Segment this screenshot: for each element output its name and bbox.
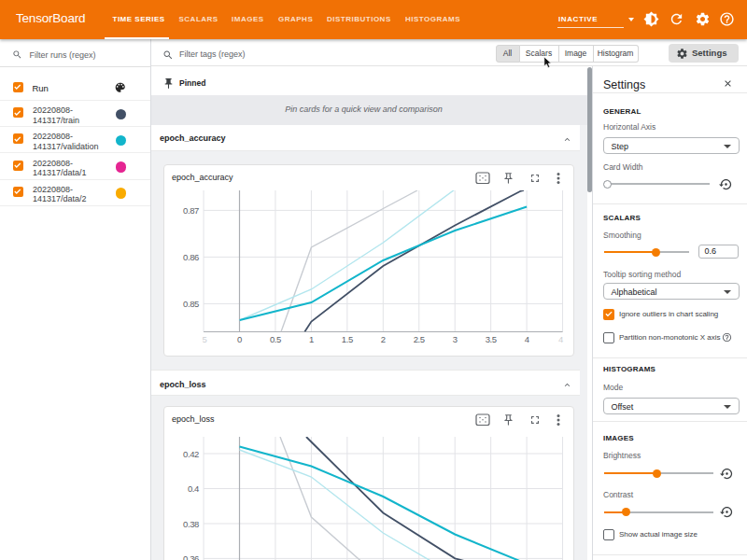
svg-text:0.42: 0.42: [183, 448, 199, 458]
svg-text:3: 3: [453, 334, 458, 344]
svg-text:5: 5: [203, 334, 207, 344]
svg-text:0.36: 0.36: [183, 553, 199, 560]
svg-text:0.38: 0.38: [183, 518, 199, 528]
svg-text:1.5: 1.5: [342, 334, 353, 344]
svg-text:2.5: 2.5: [414, 334, 425, 344]
svg-text:0.4: 0.4: [188, 483, 199, 494]
svg-text:4: 4: [525, 334, 529, 344]
svg-text:1: 1: [309, 334, 314, 344]
svg-text:0.85: 0.85: [183, 299, 199, 309]
svg-text:0.87: 0.87: [183, 205, 199, 216]
svg-text:2: 2: [381, 334, 386, 344]
svg-text:0.86: 0.86: [183, 252, 199, 262]
svg-text:0.5: 0.5: [270, 334, 281, 344]
svg-text:4: 4: [558, 334, 563, 344]
svg-text:3.5: 3.5: [486, 334, 497, 344]
svg-text:0: 0: [237, 334, 242, 344]
